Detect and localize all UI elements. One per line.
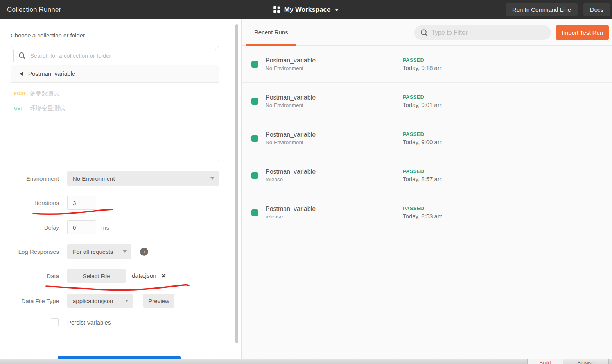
persist-variables-label: Persist Variables xyxy=(67,319,111,326)
status-badge: PASSED xyxy=(403,94,442,100)
status-square-icon xyxy=(251,135,258,142)
workspace-switcher[interactable]: My Workspace xyxy=(273,6,339,14)
run-row[interactable]: Postman_variable release PASSED Today, 8… xyxy=(242,157,612,194)
data-label: Data xyxy=(0,273,59,279)
info-icon[interactable]: i xyxy=(140,248,148,256)
request-list: POST 多参数测试 GET 环境变量测试 xyxy=(11,83,219,116)
status-badge: PASSED xyxy=(403,205,442,211)
status-square-icon xyxy=(251,98,258,105)
run-name: Postman_variable xyxy=(266,94,403,101)
request-name: 多参数测试 xyxy=(30,90,59,97)
search-icon xyxy=(18,52,26,59)
run-name: Postman_variable xyxy=(266,205,403,212)
collection-name: Postman_variable xyxy=(28,70,75,77)
run-timestamp: Today, 9:01 am xyxy=(403,102,442,108)
run-name: Postman_variable xyxy=(266,131,403,138)
run-row[interactable]: Postman_variable No Environment PASSED T… xyxy=(242,46,612,83)
recent-runs-header: Recent Runs Import Test Run xyxy=(242,19,612,46)
log-responses-label: Log Responses xyxy=(0,248,59,255)
data-file-name: data.json xyxy=(132,272,156,279)
run-timestamp: Today, 9:00 am xyxy=(403,139,442,145)
recent-runs-panel: Recent Runs Import Test Run Postman_vari… xyxy=(241,19,612,359)
run-environment: No Environment xyxy=(266,65,403,71)
collection-picker: Postman_variable POST 多参数测试 GET 环境变量测试 xyxy=(11,46,219,161)
environment-value: No Environment xyxy=(73,175,115,182)
filter-search xyxy=(414,25,551,40)
workspace-name: My Workspace xyxy=(284,6,331,14)
delay-label: Delay xyxy=(0,224,59,231)
app-title: Collection Runner xyxy=(7,6,61,14)
status-square-icon xyxy=(251,61,258,68)
import-test-run-button[interactable]: Import Test Run xyxy=(556,25,609,40)
request-item[interactable]: GET 环境变量测试 xyxy=(11,101,219,116)
bottom-bar: Build Browse xyxy=(0,359,612,364)
selected-collection-row[interactable]: Postman_variable xyxy=(11,65,219,83)
data-file-type-value: application/json xyxy=(73,298,113,304)
close-icon[interactable]: ✕ xyxy=(161,273,166,279)
iterations-label: Iterations xyxy=(0,200,59,206)
persist-variables-checkbox[interactable] xyxy=(51,318,59,326)
iterations-input[interactable] xyxy=(67,196,96,210)
log-responses-value: For all requests xyxy=(73,248,113,255)
data-file-type-label: Data File Type xyxy=(0,298,59,304)
run-row[interactable]: Postman_variable No Environment PASSED T… xyxy=(242,120,612,157)
request-name: 环境变量测试 xyxy=(30,105,65,112)
select-file-button[interactable]: Select File xyxy=(67,269,126,283)
run-collection-button[interactable] xyxy=(58,356,181,359)
search-icon xyxy=(420,29,428,37)
status-badge: PASSED xyxy=(403,131,442,137)
method-badge-get: GET xyxy=(14,106,30,111)
chevron-down-icon xyxy=(335,9,339,11)
filter-input[interactable] xyxy=(431,25,545,40)
run-timestamp: Today, 8:57 am xyxy=(403,176,442,182)
run-environment: No Environment xyxy=(266,102,403,108)
status-square-icon xyxy=(251,209,258,216)
vertical-scrollbar[interactable] xyxy=(235,24,238,343)
status-badge: PASSED xyxy=(403,57,442,63)
run-row[interactable]: Postman_variable release PASSED Today, 8… xyxy=(242,194,612,231)
data-file-type-select[interactable]: application/json xyxy=(67,294,133,308)
delay-unit: ms xyxy=(101,224,109,231)
environment-select[interactable]: No Environment xyxy=(67,171,219,186)
choose-collection-heading: Choose a collection or folder xyxy=(11,32,85,39)
tab-recent-runs[interactable]: Recent Runs xyxy=(246,19,296,45)
preview-button[interactable]: Preview xyxy=(143,294,174,308)
run-timestamp: Today, 8:53 am xyxy=(403,213,442,219)
status-badge: PASSED xyxy=(403,168,442,174)
status-square-icon xyxy=(251,172,258,179)
run-in-command-line-button[interactable]: Run In Command Line xyxy=(506,3,578,16)
collection-search-input[interactable] xyxy=(13,49,216,62)
delay-input[interactable] xyxy=(67,220,96,234)
runner-settings-panel: Choose a collection or folder Postman_va… xyxy=(0,19,241,359)
chevron-down-icon xyxy=(123,250,127,253)
run-environment: No Environment xyxy=(266,139,403,145)
run-environment: release xyxy=(266,214,403,219)
chevron-down-icon xyxy=(125,300,129,302)
method-badge-post: POST xyxy=(14,91,30,96)
run-name: Postman_variable xyxy=(266,168,403,175)
environment-label: Environment xyxy=(0,175,59,182)
tab-build[interactable]: Build xyxy=(527,359,563,364)
docs-button[interactable]: Docs xyxy=(583,3,610,16)
request-item[interactable]: POST 多参数测试 xyxy=(11,86,219,101)
run-timestamp: Today, 9:18 am xyxy=(403,64,442,71)
run-name: Postman_variable xyxy=(266,57,403,64)
run-environment: release xyxy=(266,177,403,182)
workspace-grid-icon xyxy=(273,6,280,13)
collapse-left-icon xyxy=(20,72,23,76)
top-bar: Collection Runner My Workspace Run In Co… xyxy=(0,0,612,19)
tab-browse[interactable]: Browse xyxy=(563,359,609,364)
log-responses-select[interactable]: For all requests xyxy=(67,244,131,259)
run-row[interactable]: Postman_variable No Environment PASSED T… xyxy=(242,83,612,120)
chevron-down-icon xyxy=(210,177,214,180)
